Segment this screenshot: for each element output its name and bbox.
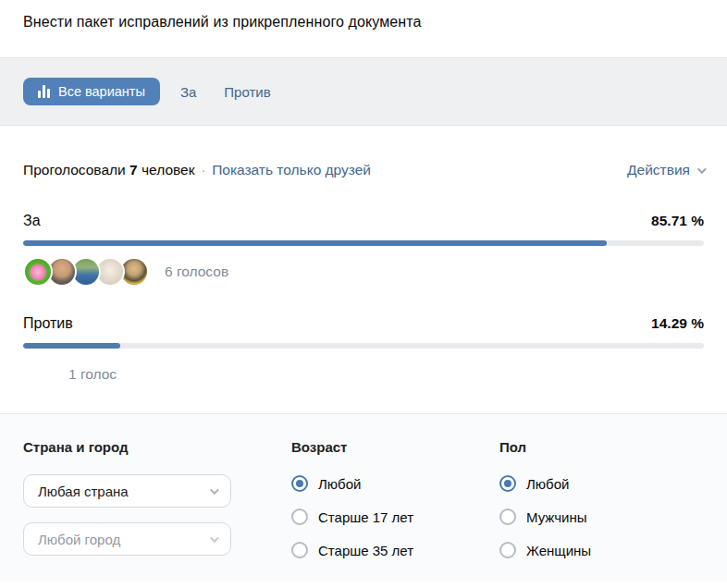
city-select-placeholder: Любой город: [38, 532, 120, 547]
voters-row-for: 6 голосов: [23, 257, 704, 287]
dot-separator: ·: [201, 163, 205, 178]
location-filter-label: Страна и город: [23, 439, 291, 455]
tab-all-options[interactable]: Все варианты: [23, 78, 160, 105]
option-label-for: За: [23, 213, 41, 229]
filters-section: Страна и город Любая страна Любой город …: [0, 413, 727, 582]
filter-gender-column: Пол Любой Мужчины Женщины: [499, 439, 704, 582]
radio-unchecked-icon: [499, 508, 516, 525]
radio-unchecked-icon: [499, 542, 516, 558]
poll-header: Внести пакет исправлений из прикрепленно…: [0, 0, 727, 57]
age-option-over-17[interactable]: Старше 17 лет: [291, 508, 499, 526]
country-select-value: Любая страна: [38, 484, 129, 499]
gender-option-women[interactable]: Женщины: [499, 541, 704, 559]
meta-row: Проголосовали 7 человек · Показать тольк…: [23, 162, 704, 178]
voters-row-against: 1 голос: [23, 360, 704, 389]
city-select[interactable]: Любой город: [23, 522, 231, 556]
voter-avatars: [23, 360, 53, 389]
age-option-over-35[interactable]: Старше 35 лет: [291, 541, 499, 559]
chevron-down-icon: [210, 485, 219, 495]
voted-count: 7: [129, 162, 138, 178]
tab-against[interactable]: Против: [224, 84, 270, 100]
poll-results-page: Внести пакет исправлений из прикрепленно…: [0, 0, 727, 588]
radio-checked-icon: [291, 475, 308, 492]
bar-chart-icon: [38, 85, 50, 98]
voted-count-text: Проголосовали 7 человек: [23, 162, 194, 178]
option-row-for: За 85.71 %: [23, 213, 704, 229]
actions-label: Действия: [627, 162, 690, 178]
poll-title: Внести пакет исправлений из прикрепленно…: [23, 14, 704, 31]
voter-avatars: [23, 257, 149, 287]
chevron-down-icon: [697, 165, 707, 174]
filter-age-column: Возраст Любой Старше 17 лет Старше 35 ле…: [291, 439, 499, 582]
votes-count-for: 6 голосов: [165, 263, 228, 280]
option-percent-for: 85.71 %: [651, 213, 704, 229]
show-friends-only-link[interactable]: Показать только друзей: [212, 162, 371, 178]
chevron-down-icon: [210, 533, 219, 543]
voter-avatar[interactable]: [23, 257, 53, 287]
option-row-against: Против 14.29 %: [23, 315, 704, 332]
tabs-bar: Все варианты За Против: [0, 57, 727, 126]
gender-option-men[interactable]: Мужчины: [499, 508, 704, 526]
voter-avatar[interactable]: [23, 360, 53, 389]
radio-unchecked-icon: [291, 542, 308, 558]
tab-for[interactable]: За: [180, 84, 196, 100]
progress-fill-for: [23, 240, 607, 246]
tab-all-options-label: Все варианты: [58, 84, 145, 99]
radio-unchecked-icon: [291, 508, 308, 525]
option-label-against: Против: [23, 315, 73, 332]
progress-bar-against: [23, 343, 704, 349]
votes-count-against: 1 голос: [68, 366, 117, 383]
progress-fill-against: [23, 343, 120, 349]
filter-location-column: Страна и город Любая страна Любой город: [23, 439, 291, 582]
radio-checked-icon: [499, 475, 516, 492]
gender-filter-label: Пол: [499, 439, 704, 455]
country-select[interactable]: Любая страна: [23, 474, 231, 508]
age-filter-label: Возраст: [291, 439, 499, 455]
actions-dropdown[interactable]: Действия: [627, 162, 704, 178]
age-option-any[interactable]: Любой: [291, 474, 499, 493]
option-percent-against: 14.29 %: [651, 315, 704, 332]
voted-summary: Проголосовали 7 человек · Показать тольк…: [23, 162, 371, 178]
gender-option-any[interactable]: Любой: [499, 474, 704, 493]
progress-bar-for: [23, 240, 704, 246]
poll-results-content: Проголосовали 7 человек · Показать тольк…: [0, 126, 727, 389]
